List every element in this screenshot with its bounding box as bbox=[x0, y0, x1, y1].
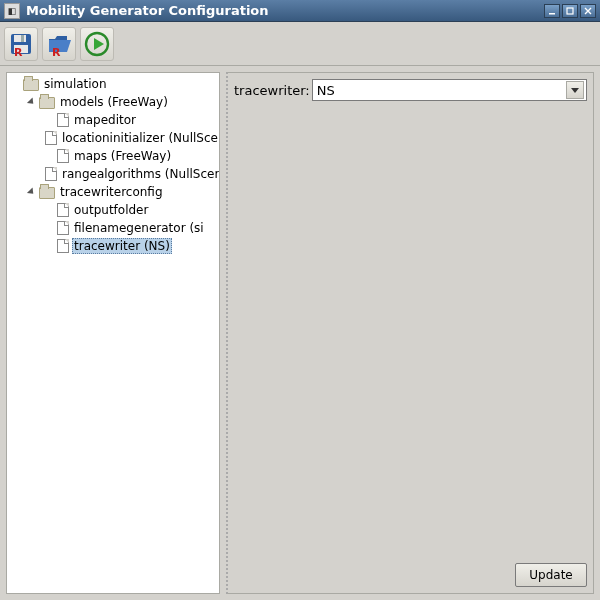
node-label: filenamegenerator (si bbox=[72, 220, 206, 236]
tree-node-locationinitializer[interactable]: locationinitializer (NullScenario) bbox=[41, 129, 219, 147]
tree-panel[interactable]: simulation models (FreeWay) bbox=[6, 72, 220, 594]
file-icon bbox=[57, 149, 69, 163]
tracewriter-value: NS bbox=[317, 83, 335, 98]
chevron-down-icon[interactable] bbox=[566, 81, 584, 99]
tree-node-simulation[interactable]: simulation bbox=[9, 75, 219, 93]
floppy-r-icon: R bbox=[8, 31, 34, 57]
tree-node-tracewriterconfig[interactable]: tracewriterconfig bbox=[25, 183, 219, 201]
window-title: Mobility Generator Configuration bbox=[26, 3, 544, 18]
node-label: simulation bbox=[42, 76, 109, 92]
handle-icon[interactable] bbox=[25, 96, 37, 108]
tree-node-tracewriter[interactable]: tracewriter (NS) bbox=[41, 237, 219, 255]
handle-spacer bbox=[41, 222, 53, 234]
file-icon bbox=[45, 131, 57, 145]
svg-text:R: R bbox=[14, 46, 23, 57]
node-label: tracewriter (NS) bbox=[72, 238, 172, 254]
handle-spacer bbox=[41, 114, 53, 126]
svg-rect-3 bbox=[14, 35, 26, 42]
tracewriter-row: tracewriter: NS bbox=[234, 79, 587, 101]
minimize-button[interactable] bbox=[544, 4, 560, 18]
svg-rect-1 bbox=[567, 8, 573, 14]
tree-node-maps[interactable]: maps (FreeWay) bbox=[41, 147, 219, 165]
tree[interactable]: simulation models (FreeWay) bbox=[7, 75, 219, 255]
close-button[interactable] bbox=[580, 4, 596, 18]
app-icon: ◧ bbox=[4, 3, 20, 19]
file-icon bbox=[45, 167, 57, 181]
node-label: tracewriterconfig bbox=[58, 184, 165, 200]
spacer bbox=[234, 101, 587, 563]
titlebar[interactable]: ◧ Mobility Generator Configuration bbox=[0, 0, 600, 22]
tracewriter-select[interactable]: NS bbox=[312, 79, 587, 101]
node-label: rangealgorithms (NullScenario) bbox=[60, 166, 220, 182]
tracewriter-label: tracewriter: bbox=[234, 83, 310, 98]
handle-spacer bbox=[41, 150, 53, 162]
svg-rect-4 bbox=[21, 35, 24, 42]
tree-node-filenamegenerator[interactable]: filenamegenerator (si bbox=[41, 219, 219, 237]
play-icon bbox=[84, 31, 110, 57]
file-icon bbox=[57, 239, 69, 253]
detail-panel: tracewriter: NS Update bbox=[226, 72, 594, 594]
tree-node-outputfolder[interactable]: outputfolder bbox=[41, 201, 219, 219]
save-recent-button[interactable]: R bbox=[4, 27, 38, 61]
folder-r-icon: R bbox=[46, 31, 72, 57]
open-recent-button[interactable]: R bbox=[42, 27, 76, 61]
handle-icon[interactable] bbox=[25, 186, 37, 198]
file-icon bbox=[57, 113, 69, 127]
content-area: simulation models (FreeWay) bbox=[0, 66, 600, 600]
handle-spacer bbox=[41, 240, 53, 252]
file-icon bbox=[57, 221, 69, 235]
maximize-button[interactable] bbox=[562, 4, 578, 18]
toolbar: R R bbox=[0, 22, 600, 66]
node-label: outputfolder bbox=[72, 202, 150, 218]
tree-node-models[interactable]: models (FreeWay) bbox=[25, 93, 219, 111]
window: ◧ Mobility Generator Configuration R bbox=[0, 0, 600, 600]
button-row: Update bbox=[234, 563, 587, 587]
update-button[interactable]: Update bbox=[515, 563, 587, 587]
node-label: locationinitializer (NullScenario) bbox=[60, 130, 220, 146]
node-label: maps (FreeWay) bbox=[72, 148, 173, 164]
svg-rect-0 bbox=[549, 13, 555, 15]
tree-node-rangealgorithms[interactable]: rangealgorithms (NullScenario) bbox=[41, 165, 219, 183]
svg-text:R: R bbox=[52, 46, 61, 57]
handle-spacer bbox=[41, 204, 53, 216]
folder-icon bbox=[39, 97, 55, 109]
folder-icon bbox=[23, 79, 39, 91]
node-label: mapeditor bbox=[72, 112, 138, 128]
file-icon bbox=[57, 203, 69, 217]
run-button[interactable] bbox=[80, 27, 114, 61]
update-button-label: Update bbox=[529, 568, 572, 582]
handle-icon[interactable] bbox=[9, 78, 21, 90]
folder-icon bbox=[39, 187, 55, 199]
tree-node-mapeditor[interactable]: mapeditor bbox=[41, 111, 219, 129]
node-label: models (FreeWay) bbox=[58, 94, 170, 110]
